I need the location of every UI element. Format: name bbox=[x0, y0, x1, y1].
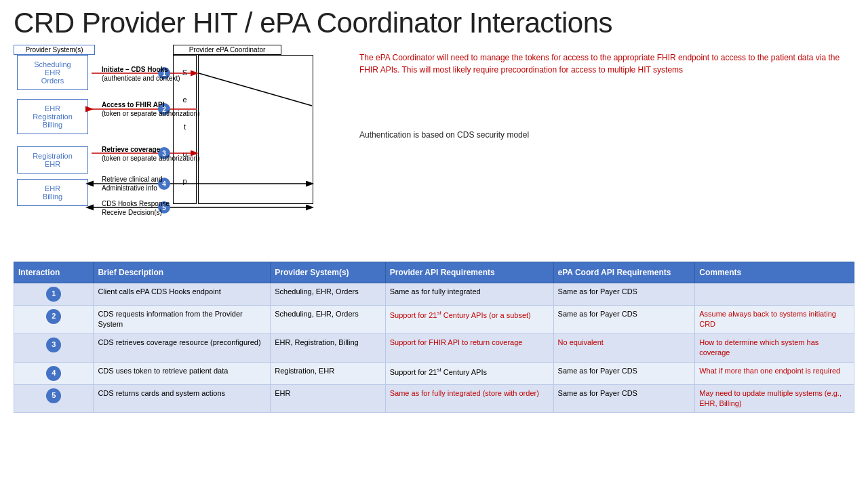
cell-comments: May need to update multiple systems (e.g… bbox=[695, 384, 854, 413]
cell-epa-api: Same as for Payer CDS bbox=[553, 384, 695, 413]
page-title: CRD Provider HIT / ePA Coordinator Inter… bbox=[14, 7, 854, 39]
step5-label: CDS Hooks ResponseReceive Decision(s) bbox=[102, 199, 170, 217]
provider-systems-label: Provider System(s) bbox=[14, 45, 95, 55]
table-row: 2CDS requests information from the Provi… bbox=[14, 306, 854, 334]
cell-interaction: 4 bbox=[14, 362, 94, 384]
cell-provider-api: Support for FHIR API to return coverage bbox=[385, 333, 553, 362]
col-provider-systems: Provider System(s) bbox=[271, 262, 386, 283]
cell-interaction: 5 bbox=[14, 384, 94, 413]
cell-interaction: 3 bbox=[14, 333, 94, 362]
cell-provider-systems: Scheduling, EHR, Orders bbox=[271, 306, 386, 334]
table-row: 5CDS returns cards and system actionsEHR… bbox=[14, 384, 854, 413]
provider-box-1: SchedulingEHROrders bbox=[17, 55, 88, 90]
step4-label: Retrieve clinical andAdministrative info bbox=[102, 175, 163, 192]
cell-provider-systems: Registration, EHR bbox=[271, 362, 386, 384]
col-description: Brief Description bbox=[94, 262, 271, 283]
circle-number: 3 bbox=[46, 338, 61, 352]
table-row: 4CDS uses token to retrieve patient data… bbox=[14, 362, 854, 384]
cell-provider-api: Same as for fully integrated bbox=[385, 283, 553, 306]
cell-interaction: 1 bbox=[14, 283, 94, 306]
interactions-table: Interaction Brief Description Provider S… bbox=[14, 262, 854, 413]
cell-description: CDS requests information from the Provid… bbox=[94, 306, 271, 334]
table-section: Interaction Brief Description Provider S… bbox=[14, 262, 854, 413]
step3-label: Retrieve coverage(token or separate auth… bbox=[102, 145, 200, 163]
circle-number: 5 bbox=[46, 388, 61, 403]
provider-box-2: EHRRegistrationBilling bbox=[17, 99, 88, 134]
step1-label: Initiate – CDS Hooks(authenticate and co… bbox=[102, 65, 180, 83]
step2-label: Access to FHIR API(token or separate aut… bbox=[102, 100, 200, 118]
cell-provider-systems: EHR, Registration, Billing bbox=[271, 333, 386, 362]
circle-number: 1 bbox=[46, 287, 61, 302]
note-black: Authentication is based on CDS security … bbox=[359, 130, 854, 140]
cell-provider-api: Support for 21st Century APIs bbox=[385, 362, 553, 384]
cell-epa-api: Same as for Payer CDS bbox=[553, 362, 695, 384]
cell-comments: Assume always back to systems initiating… bbox=[695, 306, 854, 334]
epa-box bbox=[198, 55, 313, 204]
table-row: 3CDS retrieves coverage resource (precon… bbox=[14, 333, 854, 362]
cell-comments bbox=[695, 283, 854, 306]
cell-description: Client calls ePA CDS Hooks endpoint bbox=[94, 283, 271, 306]
diagram-area: Provider System(s) Provider ePA Coordina… bbox=[14, 45, 854, 255]
col-comments: Comments bbox=[695, 262, 854, 283]
col-interaction: Interaction bbox=[14, 262, 94, 283]
provider-box-3: RegistrationEHR bbox=[17, 146, 88, 174]
diagram-notes: The ePA Coordinator will need to manage … bbox=[346, 45, 854, 255]
svg-text:4: 4 bbox=[162, 180, 166, 188]
cell-description: CDS retrieves coverage resource (preconf… bbox=[94, 333, 271, 362]
table-row: 1Client calls ePA CDS Hooks endpointSche… bbox=[14, 283, 854, 306]
cell-comments: How to determine which system has covera… bbox=[695, 333, 854, 362]
circle-number: 2 bbox=[46, 309, 61, 324]
cell-provider-systems: Scheduling, EHR, Orders bbox=[271, 283, 386, 306]
col-epa-api: ePA Coord API Requirements bbox=[553, 262, 695, 283]
col-provider-api: Provider API Requirements bbox=[385, 262, 553, 283]
cell-provider-api: Support for 21st Century APIs (or a subs… bbox=[385, 306, 553, 334]
epa-coordinator-label: Provider ePA Coordinator bbox=[173, 45, 281, 55]
cell-epa-api: No equivalent bbox=[553, 333, 695, 362]
cell-provider-api: Same as for fully integrated (store with… bbox=[385, 384, 553, 413]
provider-box-4: EHRBilling bbox=[17, 179, 88, 206]
cell-provider-systems: EHR bbox=[271, 384, 386, 413]
cell-interaction: 2 bbox=[14, 306, 94, 334]
cell-epa-api: Same as for Payer CDS bbox=[553, 283, 695, 306]
circle-number: 4 bbox=[46, 366, 61, 381]
cell-description: CDS returns cards and system actions bbox=[94, 384, 271, 413]
cell-description: CDS uses token to retrieve patient data bbox=[94, 362, 271, 384]
note-red: The ePA Coordinator will need to manage … bbox=[359, 52, 854, 76]
cell-comments: What if more than one endpoint is requir… bbox=[695, 362, 854, 384]
cell-epa-api: Same as for Payer CDS bbox=[553, 306, 695, 334]
